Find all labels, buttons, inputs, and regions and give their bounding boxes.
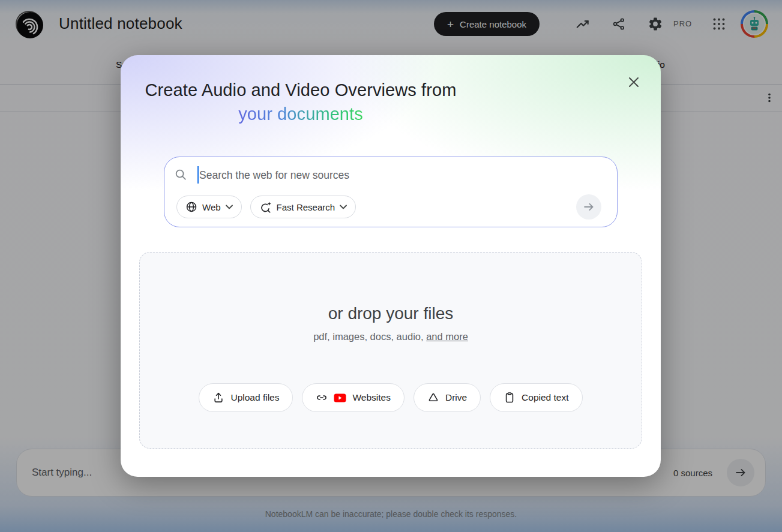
file-types-text: pdf, images, docs, audio, (313, 331, 426, 342)
drive-label: Drive (445, 392, 467, 403)
dialog-title-line2: your documents (238, 104, 363, 124)
research-mode-label: Fast Research (277, 202, 335, 212)
youtube-icon (334, 393, 346, 402)
websites-button[interactable]: Websites (302, 383, 404, 412)
drive-icon (427, 392, 439, 404)
search-input[interactable] (199, 164, 571, 186)
source-buttons-row: Upload files Websites (140, 383, 642, 412)
search-option-chips: Web Fast Researc (176, 196, 356, 218)
submit-search-button[interactable] (576, 194, 601, 220)
source-type-label: Web (202, 202, 221, 212)
clipboard-icon (504, 392, 516, 404)
drive-button[interactable]: Drive (414, 383, 481, 412)
drop-zone-subtext: pdf, images, docs, audio, and more (140, 331, 642, 342)
close-icon (627, 75, 641, 89)
chevron-down-icon (226, 205, 233, 209)
upload-icon (212, 392, 224, 404)
upload-files-button[interactable]: Upload files (199, 383, 293, 412)
search-icon (174, 168, 187, 181)
web-search-box: Web Fast Researc (164, 157, 618, 227)
globe-icon (185, 201, 197, 213)
drop-zone-heading: or drop your files (140, 304, 642, 323)
and-more-link[interactable]: and more (426, 331, 468, 342)
research-mode-dropdown[interactable]: Fast Research (250, 196, 356, 218)
upload-files-label: Upload files (230, 392, 279, 403)
dialog-title: Create Audio and Video Overviews from yo… (135, 78, 466, 126)
websites-label: Websites (352, 392, 390, 403)
close-dialog-button[interactable] (622, 70, 646, 94)
text-caret (197, 166, 199, 184)
copied-text-label: Copied text (522, 392, 568, 403)
link-icon (316, 392, 328, 404)
dialog-title-line1: Create Audio and Video Overviews from (145, 80, 457, 100)
notebooklm-app: Untitled notebook + Create notebook (0, 0, 782, 532)
add-sources-dialog: Create Audio and Video Overviews from yo… (121, 55, 661, 477)
chevron-down-icon (340, 205, 347, 209)
research-sparkle-icon (259, 201, 272, 214)
source-type-dropdown[interactable]: Web (176, 196, 242, 218)
copied-text-button[interactable]: Copied text (490, 383, 582, 412)
file-drop-zone[interactable]: or drop your files pdf, images, docs, au… (139, 252, 642, 449)
arrow-right-icon (582, 200, 595, 214)
